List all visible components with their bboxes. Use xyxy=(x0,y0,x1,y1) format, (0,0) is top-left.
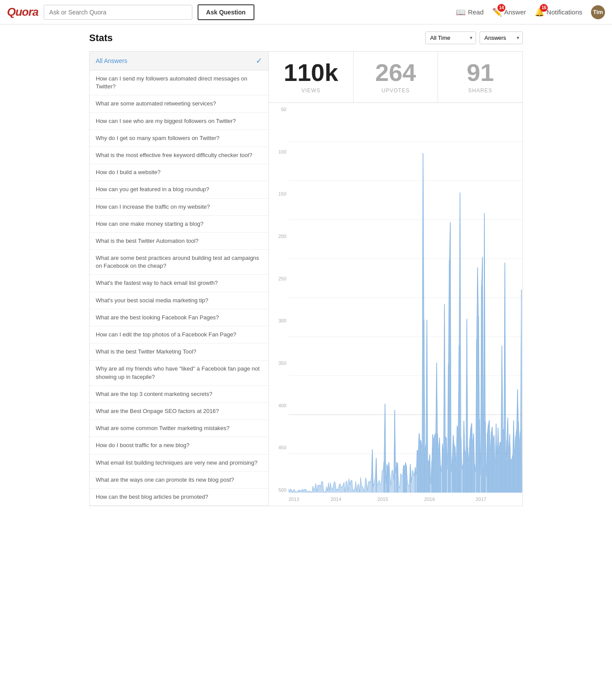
list-item[interactable]: What are some best practices around buil… xyxy=(90,250,268,275)
list-item[interactable]: How can I edit the top photos of a Faceb… xyxy=(90,326,268,343)
quora-logo[interactable]: Quora xyxy=(7,5,38,19)
y-axis-label: 450 xyxy=(269,445,286,450)
y-axis-label: 150 xyxy=(269,192,286,196)
y-axis-label: 500 xyxy=(269,488,286,493)
x-axis-label: 2016 xyxy=(424,497,435,502)
search-input[interactable] xyxy=(44,5,192,20)
list-item[interactable]: What's your best social media marketing … xyxy=(90,292,268,309)
y-axis-label: 200 xyxy=(269,234,286,239)
chart-plot xyxy=(289,103,522,493)
time-filter-wrap: All Time Last 7 Days Last 30 Days Last Y… xyxy=(425,32,476,44)
filter-controls: All Time Last 7 Days Last 30 Days Last Y… xyxy=(425,32,523,44)
y-axis-label: 350 xyxy=(269,361,286,366)
shares-stat: 91 SHARES xyxy=(438,52,522,102)
nav-read[interactable]: 📖 Read xyxy=(456,7,483,17)
list-item[interactable]: What is the best Twitter Automation tool… xyxy=(90,233,268,250)
answer-icon-wrap: ✏️ 14 xyxy=(492,7,502,17)
type-filter-wrap: Answers Questions Posts xyxy=(480,32,523,44)
list-item[interactable]: What is the most effective free keyword … xyxy=(90,147,268,164)
list-item[interactable]: How can one make money starting a blog? xyxy=(90,216,268,233)
check-icon: ✓ xyxy=(256,56,262,66)
list-item[interactable]: What are the ways one can promote its ne… xyxy=(90,472,268,489)
ask-question-button[interactable]: Ask Question xyxy=(198,4,254,20)
list-item[interactable]: How can I increase the traffic on my web… xyxy=(90,199,268,216)
nav-notifications[interactable]: 🔔 16 Notifications xyxy=(535,7,582,17)
list-item[interactable]: How do I build a website? xyxy=(90,164,268,181)
main-content: All Answers ✓ How can I send my follower… xyxy=(89,51,523,506)
shares-label: SHARES xyxy=(442,88,518,94)
x-axis-label: 2013 xyxy=(289,497,299,502)
upvotes-stat: 264 UPVOTES xyxy=(354,52,438,102)
y-axis-label: 300 xyxy=(269,318,286,323)
search-container xyxy=(44,5,192,20)
x-axis: 20132014201520162017 xyxy=(289,493,522,506)
list-item[interactable]: What email list building techniques are … xyxy=(90,455,268,472)
list-item[interactable]: How can you get featured in a blog round… xyxy=(90,181,268,198)
read-icon: 📖 xyxy=(456,7,466,17)
list-item[interactable]: How can the best blog articles be promot… xyxy=(90,489,268,506)
stats-header: Stats All Time Last 7 Days Last 30 Days … xyxy=(89,32,523,44)
y-axis-label: 250 xyxy=(269,276,286,281)
list-item[interactable]: What's the fastest way to hack email lis… xyxy=(90,275,268,292)
list-item[interactable]: Why do I get so many spam followers on T… xyxy=(90,130,268,147)
x-axis-label: 2014 xyxy=(330,497,341,502)
list-item[interactable]: What is the best Twitter Marketing Tool? xyxy=(90,343,268,360)
list-item[interactable]: How can I send my followers automated di… xyxy=(90,70,268,95)
time-filter[interactable]: All Time Last 7 Days Last 30 Days Last Y… xyxy=(425,32,476,44)
page-title: Stats xyxy=(89,32,113,44)
answer-items-container: How can I send my followers automated di… xyxy=(90,70,268,506)
user-avatar[interactable]: Tim xyxy=(591,5,605,19)
list-item[interactable]: What are the Best Onpage SEO factors at … xyxy=(90,403,268,420)
chart-inner: 50045040035030025020015010050 2013201420… xyxy=(269,103,522,506)
nav-answer[interactable]: ✏️ 14 Answer xyxy=(492,7,526,17)
all-answers-label[interactable]: All Answers xyxy=(96,57,127,64)
type-filter[interactable]: Answers Questions Posts xyxy=(480,32,523,44)
right-panel: 110k VIEWS 264 UPVOTES 91 SHARES 5004504… xyxy=(268,51,523,506)
answer-badge: 14 xyxy=(497,4,505,12)
nav-answer-label: Answer xyxy=(504,8,526,16)
list-item[interactable]: What are the best looking Facebook Fan P… xyxy=(90,309,268,326)
views-value: 110k xyxy=(273,60,349,85)
views-stat: 110k VIEWS xyxy=(269,52,354,102)
upvotes-value: 264 xyxy=(358,60,434,85)
list-item[interactable]: How can I see who are my biggest followe… xyxy=(90,113,268,130)
chart-svg xyxy=(289,103,522,493)
views-label: VIEWS xyxy=(273,88,349,94)
y-axis-label: 400 xyxy=(269,403,286,408)
header: Quora Ask Question 📖 Read ✏️ 14 Answer 🔔… xyxy=(0,0,612,24)
y-axis-label: 50 xyxy=(269,107,286,112)
notifications-icon-wrap: 🔔 16 xyxy=(535,7,544,17)
x-axis-label: 2017 xyxy=(476,497,486,502)
y-axis: 50045040035030025020015010050 xyxy=(269,103,289,493)
answer-list-header: All Answers ✓ xyxy=(90,52,268,70)
page-body: Stats All Time Last 7 Days Last 30 Days … xyxy=(82,24,530,513)
x-axis-label: 2015 xyxy=(377,497,388,502)
shares-value: 91 xyxy=(442,60,518,85)
list-item[interactable]: What are some common Twitter marketing m… xyxy=(90,420,268,437)
upvotes-label: UPVOTES xyxy=(358,88,434,94)
list-item[interactable]: What are some automated retweeting servi… xyxy=(90,95,268,112)
chart-container: 50045040035030025020015010050 2013201420… xyxy=(268,102,523,506)
list-item[interactable]: Why are all my friends who have "liked" … xyxy=(90,360,268,385)
stats-numbers: 110k VIEWS 264 UPVOTES 91 SHARES xyxy=(268,51,523,102)
list-item[interactable]: What are the top 3 content marketing sec… xyxy=(90,386,268,403)
nav-read-label: Read xyxy=(468,8,483,16)
notifications-badge: 16 xyxy=(540,4,548,12)
nav-notifications-label: Notifications xyxy=(546,8,582,16)
list-item[interactable]: How do I boost traffic for a new blog? xyxy=(90,437,268,454)
y-axis-label: 100 xyxy=(269,150,286,154)
main-nav: 📖 Read ✏️ 14 Answer 🔔 16 Notifications T… xyxy=(456,5,605,19)
answer-list: All Answers ✓ How can I send my follower… xyxy=(89,51,268,506)
